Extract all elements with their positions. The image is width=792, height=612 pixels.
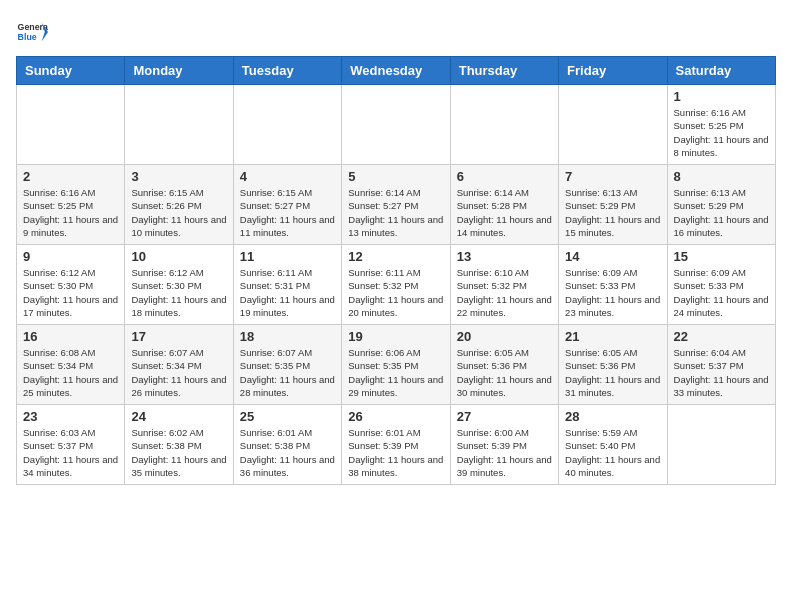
calendar-cell: 22Sunrise: 6:04 AM Sunset: 5:37 PM Dayli… <box>667 325 775 405</box>
day-info: Sunrise: 6:16 AM Sunset: 5:25 PM Dayligh… <box>23 186 118 239</box>
day-number: 12 <box>348 249 443 264</box>
calendar-cell: 19Sunrise: 6:06 AM Sunset: 5:35 PM Dayli… <box>342 325 450 405</box>
day-number: 22 <box>674 329 769 344</box>
day-header-friday: Friday <box>559 57 667 85</box>
day-header-sunday: Sunday <box>17 57 125 85</box>
calendar: SundayMondayTuesdayWednesdayThursdayFrid… <box>16 56 776 485</box>
calendar-cell: 10Sunrise: 6:12 AM Sunset: 5:30 PM Dayli… <box>125 245 233 325</box>
day-number: 10 <box>131 249 226 264</box>
day-header-saturday: Saturday <box>667 57 775 85</box>
day-info: Sunrise: 6:08 AM Sunset: 5:34 PM Dayligh… <box>23 346 118 399</box>
day-number: 11 <box>240 249 335 264</box>
day-info: Sunrise: 6:15 AM Sunset: 5:26 PM Dayligh… <box>131 186 226 239</box>
day-info: Sunrise: 6:09 AM Sunset: 5:33 PM Dayligh… <box>565 266 660 319</box>
calendar-cell: 5Sunrise: 6:14 AM Sunset: 5:27 PM Daylig… <box>342 165 450 245</box>
logo-icon: General Blue <box>16 16 48 48</box>
calendar-week-1: 1Sunrise: 6:16 AM Sunset: 5:25 PM Daylig… <box>17 85 776 165</box>
day-number: 9 <box>23 249 118 264</box>
calendar-cell <box>17 85 125 165</box>
day-info: Sunrise: 6:00 AM Sunset: 5:39 PM Dayligh… <box>457 426 552 479</box>
calendar-cell: 13Sunrise: 6:10 AM Sunset: 5:32 PM Dayli… <box>450 245 558 325</box>
day-number: 23 <box>23 409 118 424</box>
calendar-cell <box>342 85 450 165</box>
day-info: Sunrise: 6:05 AM Sunset: 5:36 PM Dayligh… <box>457 346 552 399</box>
day-info: Sunrise: 6:14 AM Sunset: 5:27 PM Dayligh… <box>348 186 443 239</box>
calendar-cell: 17Sunrise: 6:07 AM Sunset: 5:34 PM Dayli… <box>125 325 233 405</box>
calendar-cell <box>450 85 558 165</box>
calendar-cell: 9Sunrise: 6:12 AM Sunset: 5:30 PM Daylig… <box>17 245 125 325</box>
day-header-thursday: Thursday <box>450 57 558 85</box>
day-info: Sunrise: 6:07 AM Sunset: 5:34 PM Dayligh… <box>131 346 226 399</box>
calendar-cell: 7Sunrise: 6:13 AM Sunset: 5:29 PM Daylig… <box>559 165 667 245</box>
day-info: Sunrise: 6:06 AM Sunset: 5:35 PM Dayligh… <box>348 346 443 399</box>
calendar-cell: 4Sunrise: 6:15 AM Sunset: 5:27 PM Daylig… <box>233 165 341 245</box>
day-info: Sunrise: 6:09 AM Sunset: 5:33 PM Dayligh… <box>674 266 769 319</box>
day-number: 18 <box>240 329 335 344</box>
day-info: Sunrise: 6:02 AM Sunset: 5:38 PM Dayligh… <box>131 426 226 479</box>
calendar-cell: 25Sunrise: 6:01 AM Sunset: 5:38 PM Dayli… <box>233 405 341 485</box>
day-info: Sunrise: 6:13 AM Sunset: 5:29 PM Dayligh… <box>565 186 660 239</box>
day-info: Sunrise: 6:12 AM Sunset: 5:30 PM Dayligh… <box>23 266 118 319</box>
calendar-cell <box>125 85 233 165</box>
calendar-cell: 15Sunrise: 6:09 AM Sunset: 5:33 PM Dayli… <box>667 245 775 325</box>
day-number: 20 <box>457 329 552 344</box>
calendar-cell: 6Sunrise: 6:14 AM Sunset: 5:28 PM Daylig… <box>450 165 558 245</box>
calendar-week-5: 23Sunrise: 6:03 AM Sunset: 5:37 PM Dayli… <box>17 405 776 485</box>
day-number: 5 <box>348 169 443 184</box>
day-info: Sunrise: 5:59 AM Sunset: 5:40 PM Dayligh… <box>565 426 660 479</box>
day-number: 21 <box>565 329 660 344</box>
day-number: 24 <box>131 409 226 424</box>
day-info: Sunrise: 6:15 AM Sunset: 5:27 PM Dayligh… <box>240 186 335 239</box>
day-info: Sunrise: 6:04 AM Sunset: 5:37 PM Dayligh… <box>674 346 769 399</box>
day-header-tuesday: Tuesday <box>233 57 341 85</box>
calendar-cell: 12Sunrise: 6:11 AM Sunset: 5:32 PM Dayli… <box>342 245 450 325</box>
day-number: 1 <box>674 89 769 104</box>
day-info: Sunrise: 6:01 AM Sunset: 5:38 PM Dayligh… <box>240 426 335 479</box>
day-header-monday: Monday <box>125 57 233 85</box>
calendar-cell: 24Sunrise: 6:02 AM Sunset: 5:38 PM Dayli… <box>125 405 233 485</box>
calendar-cell: 14Sunrise: 6:09 AM Sunset: 5:33 PM Dayli… <box>559 245 667 325</box>
day-number: 4 <box>240 169 335 184</box>
day-number: 14 <box>565 249 660 264</box>
calendar-cell <box>233 85 341 165</box>
day-info: Sunrise: 6:11 AM Sunset: 5:31 PM Dayligh… <box>240 266 335 319</box>
calendar-cell: 16Sunrise: 6:08 AM Sunset: 5:34 PM Dayli… <box>17 325 125 405</box>
calendar-cell: 2Sunrise: 6:16 AM Sunset: 5:25 PM Daylig… <box>17 165 125 245</box>
day-number: 15 <box>674 249 769 264</box>
day-info: Sunrise: 6:12 AM Sunset: 5:30 PM Dayligh… <box>131 266 226 319</box>
day-number: 16 <box>23 329 118 344</box>
day-info: Sunrise: 6:05 AM Sunset: 5:36 PM Dayligh… <box>565 346 660 399</box>
day-number: 19 <box>348 329 443 344</box>
day-info: Sunrise: 6:16 AM Sunset: 5:25 PM Dayligh… <box>674 106 769 159</box>
day-info: Sunrise: 6:13 AM Sunset: 5:29 PM Dayligh… <box>674 186 769 239</box>
svg-text:Blue: Blue <box>18 32 37 42</box>
calendar-week-3: 9Sunrise: 6:12 AM Sunset: 5:30 PM Daylig… <box>17 245 776 325</box>
calendar-cell: 21Sunrise: 6:05 AM Sunset: 5:36 PM Dayli… <box>559 325 667 405</box>
calendar-cell: 11Sunrise: 6:11 AM Sunset: 5:31 PM Dayli… <box>233 245 341 325</box>
calendar-cell <box>559 85 667 165</box>
day-number: 26 <box>348 409 443 424</box>
day-info: Sunrise: 6:03 AM Sunset: 5:37 PM Dayligh… <box>23 426 118 479</box>
calendar-cell: 18Sunrise: 6:07 AM Sunset: 5:35 PM Dayli… <box>233 325 341 405</box>
day-number: 27 <box>457 409 552 424</box>
day-number: 17 <box>131 329 226 344</box>
calendar-cell: 3Sunrise: 6:15 AM Sunset: 5:26 PM Daylig… <box>125 165 233 245</box>
calendar-cell: 1Sunrise: 6:16 AM Sunset: 5:25 PM Daylig… <box>667 85 775 165</box>
calendar-header-row: SundayMondayTuesdayWednesdayThursdayFrid… <box>17 57 776 85</box>
calendar-cell: 8Sunrise: 6:13 AM Sunset: 5:29 PM Daylig… <box>667 165 775 245</box>
page-header: General Blue <box>16 16 776 48</box>
calendar-cell: 27Sunrise: 6:00 AM Sunset: 5:39 PM Dayli… <box>450 405 558 485</box>
day-number: 25 <box>240 409 335 424</box>
logo: General Blue <box>16 16 48 48</box>
calendar-cell <box>667 405 775 485</box>
day-number: 28 <box>565 409 660 424</box>
day-number: 6 <box>457 169 552 184</box>
day-info: Sunrise: 6:10 AM Sunset: 5:32 PM Dayligh… <box>457 266 552 319</box>
day-info: Sunrise: 6:07 AM Sunset: 5:35 PM Dayligh… <box>240 346 335 399</box>
day-number: 3 <box>131 169 226 184</box>
calendar-cell: 20Sunrise: 6:05 AM Sunset: 5:36 PM Dayli… <box>450 325 558 405</box>
calendar-cell: 23Sunrise: 6:03 AM Sunset: 5:37 PM Dayli… <box>17 405 125 485</box>
day-number: 8 <box>674 169 769 184</box>
day-info: Sunrise: 6:01 AM Sunset: 5:39 PM Dayligh… <box>348 426 443 479</box>
calendar-week-2: 2Sunrise: 6:16 AM Sunset: 5:25 PM Daylig… <box>17 165 776 245</box>
